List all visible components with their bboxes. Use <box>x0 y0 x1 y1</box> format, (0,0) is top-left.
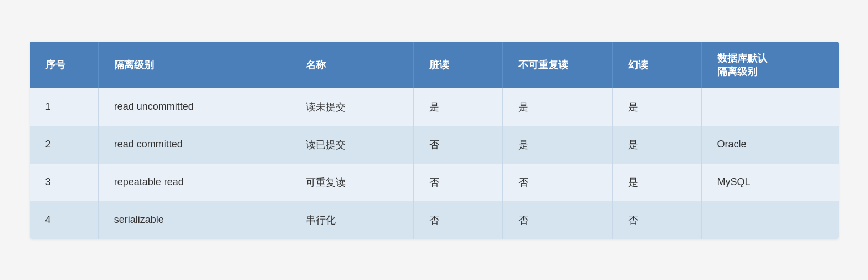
col-header-dirty: 脏读 <box>413 42 502 88</box>
cell-phantom-4: 否 <box>612 201 701 239</box>
col-header-level: 隔离级别 <box>98 42 290 88</box>
col-header-default: 数据库默认隔离级别 <box>701 42 839 88</box>
cell-dirty-2: 否 <box>413 126 502 164</box>
cell-nonrepeatable-2: 是 <box>502 126 612 164</box>
table-header-row: 序号隔离级别名称脏读不可重复读幻读数据库默认隔离级别 <box>30 42 839 88</box>
cell-dirty-1: 是 <box>413 88 502 126</box>
cell-dirty-4: 否 <box>413 201 502 239</box>
table-row: 3repeatable read可重复读否否是MySQL <box>30 164 839 201</box>
cell-phantom-2: 是 <box>612 126 701 164</box>
cell-default-1 <box>701 88 839 126</box>
cell-dirty-3: 否 <box>413 164 502 201</box>
cell-nonrepeatable-1: 是 <box>502 88 612 126</box>
col-header-name: 名称 <box>290 42 414 88</box>
cell-phantom-1: 是 <box>612 88 701 126</box>
col-header-seq: 序号 <box>30 42 99 88</box>
cell-default-2: Oracle <box>701 126 839 164</box>
cell-level-4: serializable <box>98 201 290 239</box>
cell-default-4 <box>701 201 839 239</box>
cell-name-4: 串行化 <box>290 201 414 239</box>
cell-seq-1: 1 <box>30 88 99 126</box>
cell-default-3: MySQL <box>701 164 839 201</box>
isolation-level-table: 序号隔离级别名称脏读不可重复读幻读数据库默认隔离级别 1read uncommi… <box>30 42 839 239</box>
cell-name-3: 可重复读 <box>290 164 414 201</box>
cell-name-1: 读未提交 <box>290 88 414 126</box>
cell-seq-4: 4 <box>30 201 99 239</box>
col-header-nonrepeatable: 不可重复读 <box>502 42 612 88</box>
table-row: 1read uncommitted读未提交是是是 <box>30 88 839 126</box>
cell-level-1: read uncommitted <box>98 88 290 126</box>
cell-nonrepeatable-3: 否 <box>502 164 612 201</box>
cell-nonrepeatable-4: 否 <box>502 201 612 239</box>
cell-level-2: read committed <box>98 126 290 164</box>
cell-seq-2: 2 <box>30 126 99 164</box>
table-row: 2read committed读已提交否是是Oracle <box>30 126 839 164</box>
cell-phantom-3: 是 <box>612 164 701 201</box>
cell-name-2: 读已提交 <box>290 126 414 164</box>
col-header-phantom: 幻读 <box>612 42 701 88</box>
cell-seq-3: 3 <box>30 164 99 201</box>
table-row: 4serializable串行化否否否 <box>30 201 839 239</box>
cell-level-3: repeatable read <box>98 164 290 201</box>
